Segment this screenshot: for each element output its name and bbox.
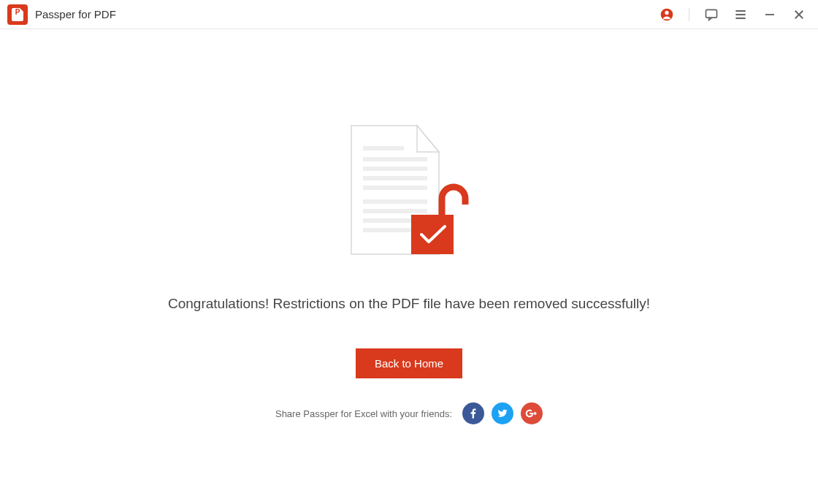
titlebar-divider — [689, 8, 689, 21]
svg-rect-18 — [411, 215, 454, 254]
titlebar: P Passper for PDF — [0, 0, 818, 29]
feedback-icon[interactable] — [704, 7, 719, 22]
svg-rect-15 — [363, 209, 427, 213]
titlebar-left: P Passper for PDF — [7, 4, 116, 25]
svg-rect-13 — [363, 186, 427, 190]
menu-icon[interactable] — [733, 7, 748, 22]
svg-rect-17 — [363, 228, 414, 232]
share-row: Share Passper for Excel with your friend… — [275, 402, 543, 424]
success-illustration — [340, 124, 471, 263]
back-to-home-button[interactable]: Back to Home — [356, 348, 462, 378]
minimize-icon[interactable] — [762, 7, 777, 22]
svg-rect-11 — [363, 167, 427, 171]
twitter-share-icon[interactable] — [492, 402, 513, 424]
main-content: Congratulations! Restrictions on the PDF… — [0, 29, 818, 424]
success-message: Congratulations! Restrictions on the PDF… — [168, 296, 650, 312]
account-icon[interactable] — [660, 7, 674, 22]
facebook-share-icon[interactable] — [462, 402, 484, 424]
titlebar-right — [660, 7, 806, 22]
googleplus-share-icon[interactable] — [521, 402, 543, 424]
share-label: Share Passper for Excel with your friend… — [275, 408, 452, 419]
app-title: Passper for PDF — [35, 8, 116, 20]
svg-rect-10 — [363, 157, 427, 161]
svg-point-1 — [665, 10, 668, 14]
svg-rect-14 — [363, 199, 427, 204]
svg-rect-2 — [706, 9, 717, 18]
svg-rect-9 — [363, 146, 404, 150]
app-logo-icon: P — [7, 4, 28, 25]
close-icon[interactable] — [792, 7, 806, 22]
svg-rect-12 — [363, 176, 427, 180]
